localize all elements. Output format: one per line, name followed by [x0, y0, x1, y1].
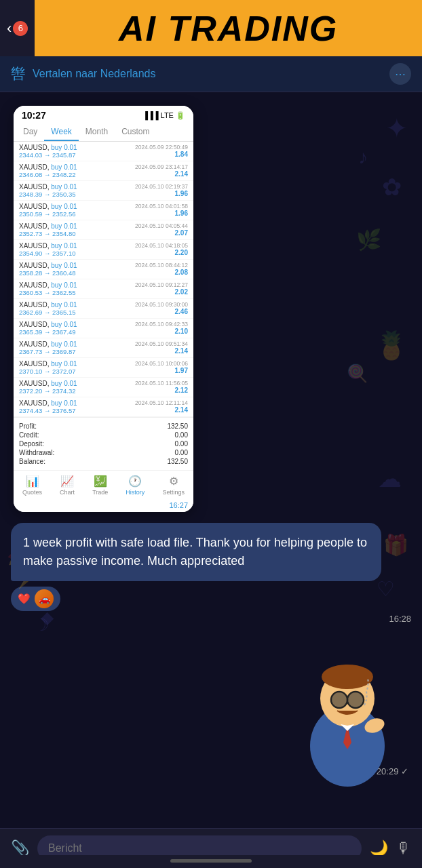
reaction-row: ❤️ 🚗	[11, 587, 422, 611]
phone-overlay-time: 16:27	[14, 500, 193, 512]
phone-signal: ▐▐▐ LTE 🔋	[142, 111, 185, 120]
nav-history: 🕐 History	[126, 475, 145, 496]
channel-title: AI TRADING	[35, 0, 422, 56]
doodle-pineapple: 🍍	[375, 330, 408, 361]
trade-row: XAUUSD, buy 0.01 2374.43 → 2376.57 2024.…	[14, 397, 193, 417]
back-chevron-icon: ‹	[7, 20, 12, 37]
phone-status-bar: 10:27 ▐▐▐ LTE 🔋	[14, 106, 193, 123]
trade-row: XAUUSD, buy 0.01 2348.39 → 2350.35 2024.…	[14, 181, 193, 201]
home-indicator	[0, 855, 422, 868]
message-time: 16:28	[0, 614, 411, 624]
trade-row: XAUUSD, buy 0.01 2362.69 → 2365.15 2024.…	[14, 299, 193, 319]
message-text: 1 week profit with safe load file. Thank…	[23, 536, 367, 568]
tab-week[interactable]: Week	[44, 123, 78, 141]
nav-chart: 📈 Chart	[60, 475, 75, 496]
summary-profit: Profit: 132.50	[19, 422, 188, 431]
back-button[interactable]: ‹ 6	[0, 20, 35, 37]
summary-deposit: Deposit: 0.00	[19, 439, 188, 448]
more-icon: ⋯	[395, 68, 406, 81]
trade-summary: Profit: 132.50 Credit: 0.00 Deposit: 0.0…	[14, 417, 193, 470]
sticker-character	[286, 637, 408, 773]
svg-point-7	[348, 692, 363, 707]
trade-row: XAUUSD, buy 0.01 2365.39 → 2367.49 2024.…	[14, 319, 193, 338]
trade-row: XAUUSD, buy 0.01 2352.73 → 2354.80 2024.…	[14, 220, 193, 240]
notification-badge: 6	[13, 21, 28, 36]
doodle-gift: 🎁	[383, 533, 408, 557]
trade-row: XAUUSD, buy 0.01 2354.90 → 2357.10 2024.…	[14, 240, 193, 260]
trade-row: XAUUSD, buy 0.01 2358.28 → 2360.48 2024.…	[14, 260, 193, 279]
doodle-note: ♪	[358, 146, 368, 168]
home-bar	[170, 859, 252, 863]
doodle-candy: 🍭	[347, 363, 368, 383]
chat-background: ✦ ♪ ✿ 🌿 🍍 🍭 ☁ 🚀 ☽ ♡ ⚡ ◆ 🎁 10:27 ▐▐▐ LTE …	[0, 92, 422, 838]
nav-settings: ⚙ Settings	[162, 475, 185, 496]
trade-row: XAUUSD, buy 0.01 2346.08 → 2348.22 2024.…	[14, 161, 193, 181]
translate-icon: 辔	[11, 64, 26, 84]
doodle-heart: ♡	[377, 577, 395, 601]
phone-tab-bar: Day Week Month Custom	[14, 123, 193, 142]
trade-row: XAUUSD, buy 0.01 2367.73 → 2369.87 2024.…	[14, 338, 193, 358]
tab-custom[interactable]: Custom	[115, 123, 156, 141]
phone-screenshot-card: 10:27 ▐▐▐ LTE 🔋 Day Week Month Custom XA…	[14, 106, 193, 512]
trade-row: XAUUSD, buy 0.01 2360.53 → 2362.55 2024.…	[14, 279, 193, 299]
header-banner: ‹ 6 AI TRADING	[0, 0, 422, 56]
doodle-cloud: ☁	[378, 465, 402, 492]
character-svg	[286, 637, 408, 787]
summary-balance: Balance: 132.50	[19, 457, 188, 466]
translate-text: Vertalen naar Nederlands	[33, 68, 389, 80]
doodle-flower: ✿	[382, 174, 402, 201]
doodle-star: ✦	[385, 113, 408, 144]
nav-quotes: 📊 Quotes	[22, 475, 42, 496]
trade-row: XAUUSD, buy 0.01 2372.20 → 2374.32 2024.…	[14, 378, 193, 397]
more-options-button[interactable]: ⋯	[389, 63, 411, 85]
trade-row: XAUUSD, buy 0.01 2344.03 → 2345.87 2024.…	[14, 142, 193, 161]
reaction-heart-icon: ❤️	[18, 593, 31, 605]
trade-row: XAUUSD, buy 0.01 2370.10 → 2372.07 2024.…	[14, 358, 193, 378]
trade-history-table: XAUUSD, buy 0.01 2344.03 → 2345.87 2024.…	[14, 142, 193, 417]
summary-credit: Credit: 0.00	[19, 431, 188, 439]
trade-row: XAUUSD, buy 0.01 2350.59 → 2352.56 2024.…	[14, 201, 193, 220]
phone-time: 10:27	[22, 110, 46, 121]
svg-point-2	[322, 665, 373, 689]
translate-bar[interactable]: 辔 Vertalen naar Nederlands ⋯	[0, 56, 422, 92]
nav-trade: 💹 Trade	[92, 475, 108, 496]
doodle-plant: 🌿	[356, 228, 381, 252]
phone-bottom-nav: 📊 Quotes 📈 Chart 💹 Trade 🕐 History ⚙ Set…	[14, 470, 193, 500]
summary-withdrawal: Withdrawal: 0.00	[19, 448, 188, 457]
message-bubble: 1 week profit with safe load file. Thank…	[11, 523, 381, 581]
tab-day[interactable]: Day	[16, 123, 44, 141]
svg-point-6	[332, 692, 347, 707]
tab-month[interactable]: Month	[79, 123, 115, 141]
sticker-area	[0, 624, 422, 773]
reaction-avatar: 🚗	[35, 589, 54, 608]
